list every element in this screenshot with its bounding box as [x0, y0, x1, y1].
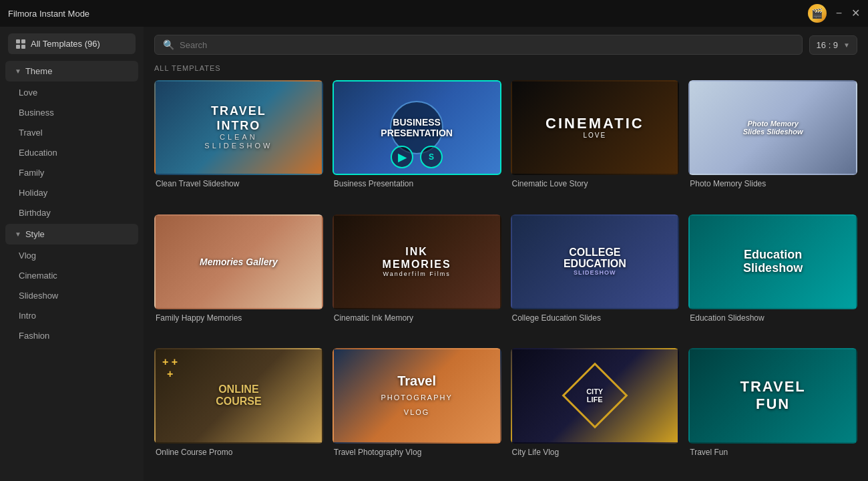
template-name-travel-photo: Travel Photography Vlog	[333, 448, 501, 457]
template-name-cinematic-love: Cinematic Love Story	[511, 179, 680, 188]
template-grid: TRAVELINTROCLEAN SLIDESHOW Clean Travel …	[154, 80, 857, 473]
use-template-button[interactable]: S	[420, 146, 443, 168]
sidebar-item-birthday[interactable]: Birthday	[5, 203, 138, 222]
template-name-cinematic-ink: Cinematic Ink Memory	[333, 313, 501, 323]
aspect-ratio-value: 16 : 9	[817, 40, 839, 50]
card-actions: ▶ S	[334, 146, 500, 168]
template-card-family-happy[interactable]: Memories Gallery Family Happy Memories	[154, 214, 323, 339]
chevron-down-icon: ▼	[843, 41, 850, 49]
template-card-cinematic-ink[interactable]: INK MEMORIESWanderfilm Films Cinematic I…	[333, 214, 501, 339]
app-body: All Templates (96) ▼ Theme Love Business…	[0, 27, 868, 481]
sidebar-item-love[interactable]: Love	[5, 83, 138, 102]
search-bar: 🔍 16 : 9 ▼	[154, 35, 857, 55]
sidebar-item-intro[interactable]: Intro	[5, 306, 138, 325]
main-content: 🔍 16 : 9 ▼ ALL TEMPLATES TRAVELINTROCLEA…	[144, 27, 868, 481]
template-name-online-course: Online Course Promo	[154, 448, 323, 457]
template-name-family-happy: Family Happy Memories	[154, 313, 323, 323]
sidebar-item-holiday[interactable]: Holiday	[5, 183, 138, 202]
template-name-travel-fun: Travel Fun	[688, 448, 857, 457]
sidebar-item-cinematic[interactable]: Cinematic	[5, 266, 138, 285]
template-card-cinematic-love[interactable]: CINEMATICLOVE Cinematic Love Story	[511, 80, 680, 205]
search-input-wrap[interactable]: 🔍	[154, 35, 803, 55]
template-name-city-life: City Life Vlog	[511, 448, 680, 457]
sidebar-item-business[interactable]: Business	[5, 103, 138, 122]
sidebar: All Templates (96) ▼ Theme Love Business…	[0, 27, 144, 481]
style-section-header[interactable]: ▼ Style	[5, 224, 138, 245]
all-templates-label: All Templates (96)	[31, 39, 100, 49]
template-card-city-life[interactable]: CITYLIFE City Life Vlog	[511, 348, 680, 473]
plus-decoration: + ++	[162, 356, 178, 380]
titlebar: Filmora Instant Mode 🎬 − ✕	[0, 0, 868, 27]
sidebar-item-family[interactable]: Family	[5, 163, 138, 182]
grid-icon	[16, 39, 25, 49]
diamond-decoration: CITYLIFE	[562, 363, 628, 429]
template-name-business-pres: Business Presentation	[333, 179, 501, 188]
theme-section-header[interactable]: ▼ Theme	[5, 61, 138, 82]
all-templates-button[interactable]: All Templates (96)	[8, 33, 136, 54]
minimize-button[interactable]: −	[836, 8, 842, 19]
app-title: Filmora Instant Mode	[8, 9, 89, 19]
template-card-clean-travel[interactable]: TRAVELINTROCLEAN SLIDESHOW Clean Travel …	[154, 80, 323, 205]
aspect-ratio-dropdown[interactable]: 16 : 9 ▼	[809, 35, 857, 55]
template-name-clean-travel: Clean Travel Slideshow	[154, 179, 323, 188]
template-card-travel-photo[interactable]: TravelPHOTOGRAPHY VLOG Travel Photograph…	[333, 348, 501, 473]
sidebar-item-slideshow[interactable]: Slideshow	[5, 286, 138, 305]
template-card-photo-memory[interactable]: Photo MemorySlides Slideshow Photo Memor…	[688, 80, 857, 205]
template-card-travel-fun[interactable]: TRAVELFUN Travel Fun	[688, 348, 857, 473]
sidebar-item-fashion[interactable]: Fashion	[5, 326, 138, 345]
template-name-college-edu: College Education Slides	[511, 313, 680, 323]
template-name-photo-memory: Photo Memory Slides	[688, 179, 857, 188]
style-items: Vlog Cinematic Slideshow Intro Fashion	[0, 246, 144, 345]
window-controls: 🎬 − ✕	[808, 4, 860, 23]
search-icon: 🔍	[163, 39, 174, 50]
sidebar-item-vlog[interactable]: Vlog	[5, 246, 138, 265]
search-input[interactable]	[180, 40, 794, 50]
template-name-edu-slideshow: Education Slideshow	[688, 313, 857, 323]
app-logo: 🎬	[808, 4, 827, 23]
section-label: ALL TEMPLATES	[154, 64, 857, 72]
style-chevron-icon: ▼	[15, 230, 21, 238]
sidebar-item-education[interactable]: Education	[5, 143, 138, 162]
template-card-college-edu[interactable]: COLLEGEEDUCATIONSLIDESHOW College Educat…	[511, 214, 680, 339]
template-card-online-course[interactable]: + ++ ONLINECOURSE Online Course Promo	[154, 348, 323, 473]
play-button[interactable]: ▶	[391, 146, 413, 168]
template-card-business-pres[interactable]: BUSINESSPRESENTATION ▶ S Business Presen…	[333, 80, 501, 205]
theme-section-label: Theme	[25, 66, 52, 76]
close-button[interactable]: ✕	[851, 8, 860, 19]
theme-items: Love Business Travel Education Family Ho…	[0, 83, 144, 222]
sidebar-item-travel[interactable]: Travel	[5, 123, 138, 142]
theme-chevron-icon: ▼	[15, 67, 21, 75]
template-card-edu-slideshow[interactable]: EducationSlideshow Education Slideshow	[688, 214, 857, 339]
style-section-label: Style	[25, 229, 45, 239]
